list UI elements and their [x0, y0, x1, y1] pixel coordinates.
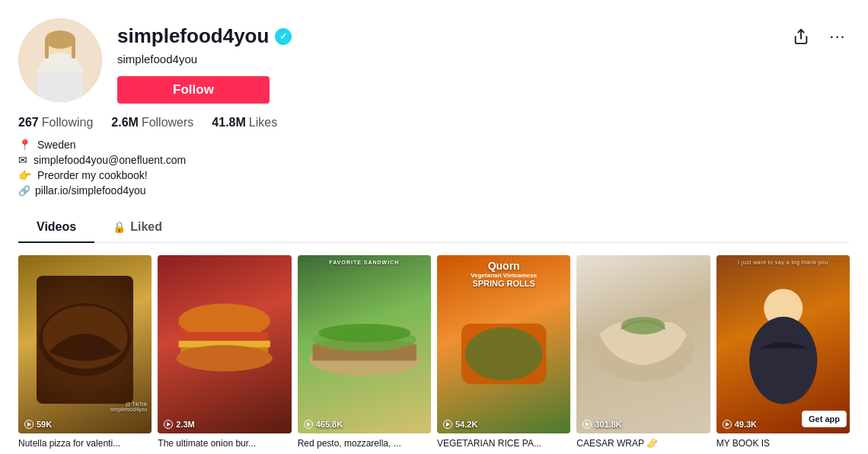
- following-label: Following: [42, 116, 94, 129]
- video-card[interactable]: Quorn Vegetarian Vietnamese SPRING ROLLS…: [437, 255, 570, 449]
- play-count: 465.8K: [304, 420, 425, 429]
- verified-badge: ✓: [275, 28, 292, 45]
- video-title: Nutella pizza for valenti...: [18, 438, 152, 450]
- likes-stat[interactable]: 41.8M Likes: [212, 116, 277, 129]
- profile-section: simplefood4you ✓ simplefood4you Follow ·…: [0, 0, 868, 243]
- svg-point-5: [45, 30, 75, 49]
- video-title: The ultimate onion bur...: [158, 438, 291, 450]
- spring-roll-sub: Vegetarian Vietnamese: [471, 272, 537, 279]
- email-icon: ✉: [18, 154, 27, 166]
- top-label: I just want to say a big thank you: [723, 260, 844, 265]
- watermark: @ TikToksimplefood4you: [110, 401, 147, 412]
- video-title: VEGETARIAN RICE PA...: [437, 438, 570, 450]
- link-icon: 🔗: [18, 185, 30, 197]
- share-icon[interactable]: [789, 24, 813, 49]
- video-card[interactable]: 59K @ TikToksimplefood4you Nutella pizza…: [18, 255, 152, 449]
- tabs-section: Videos 🔒 Liked: [18, 212, 850, 243]
- email-row: ✉ simplefood4you@onefluent.com: [18, 154, 850, 166]
- following-stat[interactable]: 267 Following: [18, 116, 93, 129]
- svg-point-23: [621, 317, 665, 334]
- cta-text: Preorder my cookbook!: [37, 169, 148, 181]
- location-text: Sweden: [37, 139, 76, 151]
- svg-point-15: [177, 345, 273, 371]
- profile-actions: ···: [789, 18, 850, 49]
- following-count: 267: [18, 116, 39, 129]
- tab-liked[interactable]: 🔒 Liked: [94, 213, 180, 243]
- video-title: Red pesto, mozzarella, ...: [298, 438, 431, 450]
- profile-header: simplefood4you ✓ simplefood4you Follow ·…: [18, 18, 850, 104]
- food-visual: [304, 265, 425, 420]
- tab-videos[interactable]: Videos: [18, 213, 94, 243]
- videos-grid: 59K @ TikToksimplefood4you Nutella pizza…: [0, 243, 868, 454]
- food-visual: [723, 265, 844, 420]
- play-count: 54.2K: [443, 420, 564, 429]
- svg-rect-12: [181, 332, 269, 340]
- username: simplefood4you: [117, 53, 774, 66]
- play-count: 59K: [24, 420, 145, 429]
- lock-icon: 🔒: [113, 221, 126, 233]
- svg-point-25: [749, 317, 817, 404]
- display-name: simplefood4you: [117, 24, 269, 48]
- video-card[interactable]: I just want to say a big thank you 49.3K…: [716, 255, 850, 449]
- svg-rect-7: [72, 40, 75, 59]
- food-visual: [582, 260, 704, 420]
- top-label: FAVORITE SANDWICH: [304, 260, 425, 265]
- tab-liked-label: Liked: [130, 220, 162, 234]
- follow-button[interactable]: Follow: [117, 76, 270, 104]
- food-visual: [443, 288, 564, 420]
- location-row: 📍 Sweden: [18, 139, 850, 151]
- bio-section: 📍 Sweden ✉ simplefood4you@onefluent.com …: [18, 139, 850, 197]
- stats-row: 267 Following 2.6M Followers 41.8M Likes: [18, 116, 850, 129]
- food-visual: [164, 260, 285, 420]
- food-visual: [24, 260, 145, 420]
- video-thumbnail: 301.8K: [576, 255, 710, 433]
- video-card[interactable]: 2.3M The ultimate onion bur...: [158, 255, 291, 449]
- get-app-badge[interactable]: Get app: [802, 411, 847, 427]
- svg-point-19: [318, 324, 410, 342]
- hand-icon: 👉: [18, 169, 31, 181]
- play-count: 301.8K: [582, 420, 704, 429]
- play-count: 2.3M: [164, 420, 285, 429]
- video-title: MY BOOK IS: [716, 438, 850, 450]
- location-icon: 📍: [18, 139, 31, 151]
- svg-rect-6: [45, 40, 49, 59]
- spring-roll-title: SPRING ROLLS: [472, 279, 535, 288]
- likes-count: 41.8M: [212, 116, 245, 129]
- followers-stat[interactable]: 2.6M Followers: [111, 116, 193, 129]
- video-thumbnail: 59K @ TikToksimplefood4you: [18, 255, 152, 433]
- link-row[interactable]: 🔗 pillar.io/simplefood4you: [18, 184, 850, 197]
- email-text: simplefood4you@onefluent.com: [34, 154, 186, 166]
- cta-row: 👉 Preorder my cookbook!: [18, 169, 850, 181]
- video-thumbnail: Quorn Vegetarian Vietnamese SPRING ROLLS…: [437, 255, 570, 433]
- video-thumbnail: 2.3M: [158, 255, 291, 433]
- video-card[interactable]: FAVORITE SANDWICH 465.8K Red pesto, mozz: [298, 255, 431, 449]
- nutella-visual: [37, 276, 133, 404]
- likes-label: Likes: [249, 116, 277, 129]
- quorn-label: Quorn: [488, 260, 520, 272]
- svg-rect-4: [37, 72, 83, 102]
- avatar: [18, 18, 102, 102]
- name-row: simplefood4you ✓: [117, 24, 774, 48]
- tab-videos-label: Videos: [37, 220, 76, 234]
- followers-count: 2.6M: [111, 116, 139, 129]
- svg-point-21: [465, 327, 543, 380]
- video-thumbnail: I just want to say a big thank you 49.3K…: [716, 255, 850, 433]
- profile-link[interactable]: pillar.io/simplefood4you: [35, 184, 146, 197]
- video-card[interactable]: 301.8K CAESAR WRAP 🫔: [576, 255, 710, 449]
- more-options-icon[interactable]: ···: [825, 24, 850, 49]
- video-title: CAESAR WRAP 🫔: [576, 438, 710, 450]
- video-thumbnail: FAVORITE SANDWICH 465.8K: [298, 255, 431, 433]
- followers-label: Followers: [142, 116, 193, 129]
